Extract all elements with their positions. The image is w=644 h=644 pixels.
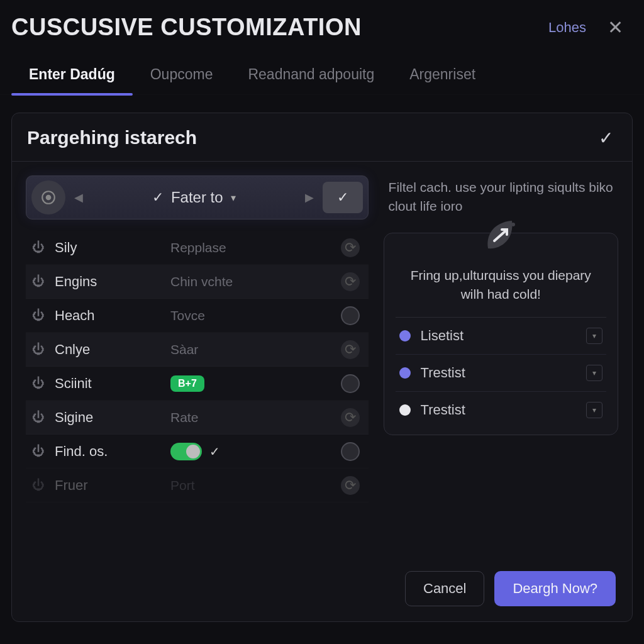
power-icon: ⏻ [31, 410, 46, 425]
row-label: Sily [55, 240, 162, 256]
tab-oupcome[interactable]: Oupcome [133, 57, 231, 94]
list-item[interactable]: ⏻ Heach Tovce [26, 299, 369, 333]
power-icon: ⏻ [31, 308, 46, 323]
panel-check-icon[interactable]: ✓ [599, 128, 613, 148]
toolbar-record-icon[interactable] [31, 180, 65, 214]
bullet-icon [399, 330, 411, 341]
status-circle-icon[interactable] [341, 306, 360, 325]
row-value: Tovce [170, 308, 332, 323]
check-icon: ✓ [152, 189, 164, 206]
card-option[interactable]: Trestist ▾ [396, 392, 606, 428]
info-card: Fring up,ulturquiss you diepary wilh had… [384, 233, 618, 435]
row-value: Port [170, 478, 332, 493]
chevron-down-icon[interactable]: ▾ [586, 402, 602, 418]
toggle-switch[interactable] [170, 443, 202, 460]
svg-point-1 [47, 196, 51, 200]
filter-toolbar: ◀ ✓ Fater to ▾ ▶ ✓ [26, 175, 369, 219]
list-item[interactable]: ⏻ Find. os. ✓ [26, 435, 369, 469]
helper-text: Filtel cach. use your lipting siqults bi… [384, 175, 618, 216]
row-label: Find. os. [55, 443, 162, 460]
refresh-icon[interactable]: ⟳ [341, 340, 360, 359]
tab-bar: Enter Dadúg Oupcome Readnand adpouitg Ar… [0, 48, 644, 95]
bullet-icon [399, 367, 411, 379]
power-icon: ⏻ [31, 444, 46, 458]
list-item[interactable]: ⏻ Cnlye Sàar ⟳ [26, 333, 369, 367]
toolbar-prev-icon[interactable]: ◀ [70, 191, 87, 204]
svg-point-2 [511, 223, 515, 226]
row-label: Sigine [55, 409, 162, 426]
power-icon: ⏻ [31, 478, 46, 492]
toolbar-next-icon[interactable]: ▶ [301, 191, 318, 204]
status-circle-icon[interactable] [341, 374, 360, 393]
close-icon[interactable]: ✕ [604, 16, 626, 39]
list-item[interactable]: ⏻ Engins Chin vchte ⟳ [26, 265, 369, 299]
page-title: CUSCUSIVE CUSTOMIZATION [11, 14, 362, 41]
row-value: Chin vchte [170, 274, 332, 289]
list-item[interactable]: ⏻ Sily Repplase ⟳ [26, 231, 369, 265]
toolbar-label: Fater to [171, 189, 223, 206]
row-value: Repplase [170, 240, 332, 255]
chevron-down-icon[interactable]: ▾ [586, 365, 602, 381]
refresh-icon[interactable]: ⟳ [341, 408, 360, 427]
list-item[interactable]: ⏻ Sigine Rate ⟳ [26, 401, 369, 435]
power-icon: ⏻ [31, 376, 46, 391]
row-label: Heach [55, 308, 162, 324]
toolbar-dropdown[interactable]: ✓ Fater to ▾ [92, 189, 296, 206]
card-option[interactable]: Trestist ▾ [396, 355, 606, 392]
row-value: B+7 [170, 375, 332, 392]
list-item[interactable]: ⏻ Fruer Port ⟳ [26, 469, 369, 502]
panel-title: Pargehing istarech [27, 127, 197, 148]
tab-enter-dadug[interactable]: Enter Dadúg [11, 57, 133, 94]
refresh-icon[interactable]: ⟳ [341, 272, 360, 291]
row-label: Cnlye [55, 341, 162, 358]
row-value: ✓ [170, 443, 332, 460]
status-circle-icon[interactable] [341, 442, 360, 461]
refresh-icon[interactable]: ⟳ [341, 476, 360, 495]
chevron-down-icon[interactable]: ▾ [586, 328, 602, 344]
cancel-button[interactable]: Cancel [405, 571, 484, 606]
header-link[interactable]: Lohes [548, 19, 586, 36]
list-item[interactable]: ⏻ Sciinit B+7 [26, 367, 369, 401]
option-label: Trestist [421, 402, 576, 418]
status-badge: B+7 [170, 375, 204, 392]
primary-action-button[interactable]: Deargh Now? [494, 571, 616, 606]
chevron-down-icon: ▾ [231, 192, 236, 204]
row-label: Fruer [55, 477, 162, 494]
row-label: Engins [55, 274, 162, 290]
tab-readnand[interactable]: Readnand adpouitg [230, 57, 392, 94]
check-icon: ✓ [209, 444, 220, 459]
row-value: Rate [170, 410, 332, 425]
bullet-icon [399, 404, 411, 416]
card-text: Fring up,ulturquiss you diepary wilh had… [396, 247, 606, 318]
settings-list: ⏻ Sily Repplase ⟳ ⏻ Engins Chin vchte ⟳ … [26, 231, 369, 502]
option-label: Lisetist [421, 328, 576, 344]
row-label: Sciinit [55, 375, 162, 392]
toolbar-confirm-button[interactable]: ✓ [323, 182, 363, 213]
option-label: Trestist [421, 365, 576, 381]
power-icon: ⏻ [31, 342, 46, 357]
row-value: Sàar [170, 342, 332, 357]
card-option[interactable]: Lisetist ▾ [396, 318, 606, 355]
power-icon: ⏻ [31, 274, 46, 289]
power-icon: ⏻ [31, 240, 46, 255]
tab-argenriset[interactable]: Argenriset [392, 57, 493, 94]
leaf-icon [481, 218, 520, 253]
main-panel: Pargehing istarech ✓ ◀ ✓ Fater to ▾ ▶ ✓ … [11, 113, 633, 622]
refresh-icon[interactable]: ⟳ [341, 238, 360, 257]
